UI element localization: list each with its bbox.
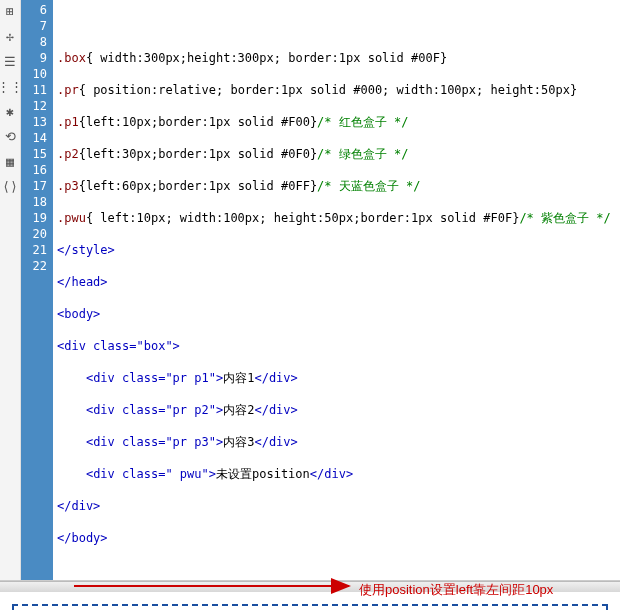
tool-icon[interactable]: ⟲ <box>5 129 16 144</box>
tool-icon[interactable]: ⋮⋮ <box>0 79 23 94</box>
tool-icon[interactable]: ⟨⟩ <box>2 179 18 194</box>
tool-icon[interactable]: ✢ <box>6 29 14 44</box>
tool-icon[interactable]: ⊞ <box>6 4 14 19</box>
browser-preview: 内容1 内容2 内容3 未设置position 使用position设置left… <box>12 604 608 612</box>
tool-icon[interactable]: ✱ <box>6 104 14 119</box>
line-gutter: 678910111213141516171819202122 <box>21 0 53 580</box>
code-area[interactable]: .box{ width:300px;height:300px; border:1… <box>53 0 615 580</box>
annotation-text: 使用position设置left靠左间距10px <box>359 581 553 599</box>
code-editor: ⊞ ✢ ☰ ⋮⋮ ✱ ⟲ ▦ ⟨⟩ 6789101112131415161718… <box>0 0 620 581</box>
editor-icon-bar: ⊞ ✢ ☰ ⋮⋮ ✱ ⟲ ▦ ⟨⟩ <box>0 0 21 580</box>
tool-icon[interactable]: ☰ <box>4 54 16 69</box>
tool-icon[interactable]: ▦ <box>6 154 14 169</box>
